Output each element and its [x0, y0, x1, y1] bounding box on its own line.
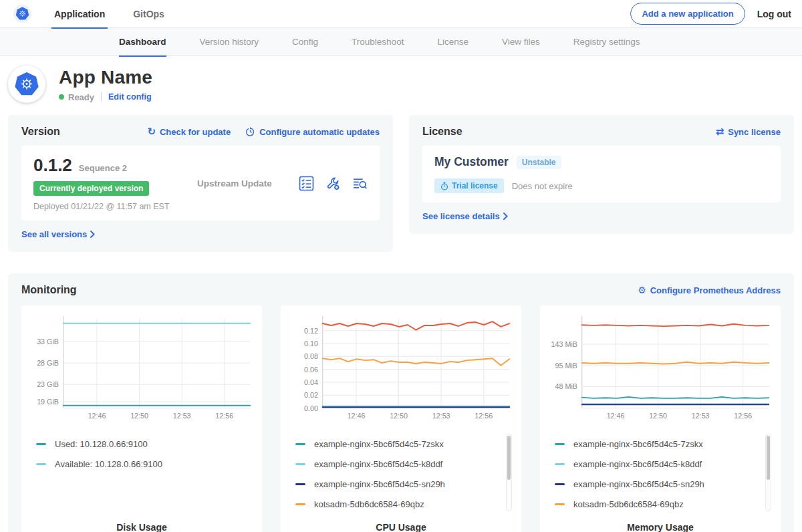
monitoring-title: Monitoring	[21, 284, 77, 296]
legend-scrollbar-thumb[interactable]	[507, 436, 511, 480]
configure-prometheus-link[interactable]: ⚙ Configure Prometheus Address	[638, 285, 781, 295]
legend-color-dash	[555, 503, 565, 505]
svg-text:12:56: 12:56	[734, 412, 752, 420]
gear-icon: ⚙	[638, 285, 646, 295]
svg-text:0.12: 0.12	[304, 327, 318, 335]
svg-text:0.00: 0.00	[304, 404, 318, 412]
legend-label: Available: 10.128.0.66:9100	[55, 459, 162, 469]
chart-title: Disk Usage	[29, 514, 254, 532]
chart-title: Memory Usage	[548, 514, 773, 532]
app-sub-nav: DashboardVersion historyConfigTroublesho…	[0, 28, 802, 56]
sequence-label: Sequence 2	[79, 163, 127, 173]
legend-label: example-nginx-5bc6f5d4c5-k8ddf	[573, 459, 702, 469]
sync-arrows-icon: ⇄	[716, 127, 724, 137]
svg-text:0.04: 0.04	[304, 378, 318, 386]
sub-tab-troubleshoot[interactable]: Troubleshoot	[352, 28, 404, 56]
legend-color-dash	[555, 443, 565, 445]
memory-usage-legend: example-nginx-5bc6f5d4c5-7zskxexample-ng…	[548, 432, 773, 514]
legend-item: kotsadm-5db6dc6584-69qbz	[295, 494, 497, 514]
app-header: App Name Ready Edit config	[0, 56, 802, 114]
top-nav: Application GitOps Add a new application…	[0, 0, 802, 28]
see-all-versions-link[interactable]: See all versions	[21, 229, 95, 239]
legend-color-dash	[295, 443, 305, 445]
svg-text:12:56: 12:56	[215, 412, 233, 420]
config-wrench-icon[interactable]	[325, 176, 341, 191]
schedule-clock-icon	[245, 127, 255, 137]
svg-text:12:56: 12:56	[475, 412, 493, 420]
current-version-row: 0.1.2 Sequence 2 Currently deployed vers…	[21, 146, 380, 221]
app-status-label: Ready	[68, 92, 94, 102]
divider	[101, 92, 102, 102]
legend-label: example-nginx-5bc6f5d4c5-7zskx	[573, 439, 703, 449]
edit-config-link[interactable]: Edit config	[108, 92, 152, 102]
version-card: Version ↻ Check for update Configure aut…	[8, 115, 393, 252]
legend-item: example-nginx-5bc6f5d4c5-7zskx	[555, 434, 757, 454]
trial-license-badge: Trial license	[434, 178, 504, 193]
view-files-search-icon[interactable]	[352, 176, 368, 191]
sub-tab-license[interactable]: License	[437, 28, 469, 56]
sub-tab-version-history[interactable]: Version history	[200, 28, 259, 56]
license-expiry-label: Does not expire	[512, 181, 573, 191]
svg-text:0.10: 0.10	[304, 340, 318, 348]
chevron-right-icon	[503, 213, 508, 220]
sub-tab-dashboard[interactable]: Dashboard	[119, 28, 166, 56]
svg-text:48 MiB: 48 MiB	[555, 382, 577, 390]
app-kubernetes-icon	[14, 72, 39, 97]
configure-automatic-updates-link[interactable]: Configure automatic updates	[245, 127, 380, 137]
currently-deployed-badge: Currently deployed version	[33, 181, 149, 196]
chevron-right-icon	[90, 231, 95, 238]
legend-item: example-nginx-5bc6f5d4c5-sn29h	[555, 474, 757, 494]
legend-label: example-nginx-5bc6f5d4c5-k8ddf	[314, 459, 442, 469]
sub-tab-view-files[interactable]: View files	[502, 28, 540, 56]
legend-item: example-nginx-5bc6f5d4c5-7zskx	[295, 434, 497, 454]
legend-scrollbar[interactable]	[765, 434, 771, 511]
legend-label: example-nginx-5bc6f5d4c5-7zskx	[314, 439, 444, 449]
svg-text:12:53: 12:53	[173, 412, 191, 420]
logout-button[interactable]: Log out	[757, 9, 791, 19]
legend-label: kotsadm-5db6dc6584-69qbz	[573, 499, 684, 509]
check-for-update-link[interactable]: ↻ Check for update	[147, 127, 231, 137]
cpu-usage-legend: example-nginx-5bc6f5d4c5-7zskxexample-ng…	[289, 432, 513, 514]
add-new-application-button[interactable]: Add a new application	[630, 3, 745, 25]
refresh-icon: ↻	[147, 127, 156, 137]
top-tab-gitops[interactable]: GitOps	[130, 0, 167, 28]
cpu-usage-chart-card: 0.000.020.040.060.080.100.1212:4612:5012…	[281, 305, 521, 532]
sync-license-link[interactable]: ⇄ Sync license	[716, 127, 781, 137]
chart-title: CPU Usage	[289, 514, 513, 532]
sub-tab-config[interactable]: Config	[292, 28, 318, 56]
legend-color-dash	[555, 483, 565, 485]
svg-text:95 MiB: 95 MiB	[555, 362, 577, 370]
legend-label: example-nginx-5bc6f5d4c5-sn29h	[314, 479, 445, 489]
legend-scrollbar-thumb[interactable]	[767, 436, 770, 480]
legend-color-dash	[295, 463, 305, 465]
license-card: License ⇄ Sync license My Customer Unsta…	[409, 115, 794, 234]
svg-text:12:50: 12:50	[130, 412, 148, 420]
ready-status-dot	[59, 94, 64, 100]
sub-tab-registry-settings[interactable]: Registry settings	[573, 28, 640, 56]
deployed-timestamp: Deployed 01/21/22 @ 11:57 am EST	[33, 202, 197, 211]
kubernetes-logo-icon	[15, 7, 29, 21]
customer-name: My Customer	[434, 155, 509, 169]
svg-text:12:46: 12:46	[88, 412, 106, 420]
svg-text:19 GiB: 19 GiB	[37, 398, 59, 406]
disk-usage-legend: Used: 10.128.0.66:9100Available: 10.128.…	[29, 432, 254, 511]
top-tab-application[interactable]: Application	[51, 0, 108, 28]
legend-scrollbar[interactable]	[506, 434, 512, 511]
svg-text:143 MiB: 143 MiB	[551, 340, 577, 348]
top-nav-right: Add a new application Log out	[630, 3, 791, 25]
memory-usage-chart-card: 48 MiB95 MiB143 MiB12:4612:5012:5312:56e…	[540, 305, 781, 532]
svg-text:33 GiB: 33 GiB	[37, 338, 59, 346]
svg-text:12:53: 12:53	[432, 412, 450, 420]
svg-text:0.02: 0.02	[304, 391, 318, 399]
legend-item: example-nginx-5bc6f5d4c5-k8ddf	[555, 454, 757, 474]
svg-text:12:53: 12:53	[692, 412, 710, 420]
disk-usage-plot: 19 GiB23 GiB28 GiB33 GiB12:4612:5012:531…	[29, 313, 254, 426]
legend-item: Available: 10.128.0.66:9100	[36, 454, 238, 474]
legend-label: example-nginx-5bc6f5d4c5-sn29h	[573, 479, 704, 489]
see-license-details-link[interactable]: See license details	[422, 211, 508, 221]
version-card-title: Version	[21, 126, 60, 138]
legend-color-dash	[295, 503, 305, 505]
svg-text:12:46: 12:46	[348, 412, 366, 420]
preflight-checks-icon[interactable]	[299, 176, 314, 191]
svg-text:12:50: 12:50	[390, 412, 408, 420]
